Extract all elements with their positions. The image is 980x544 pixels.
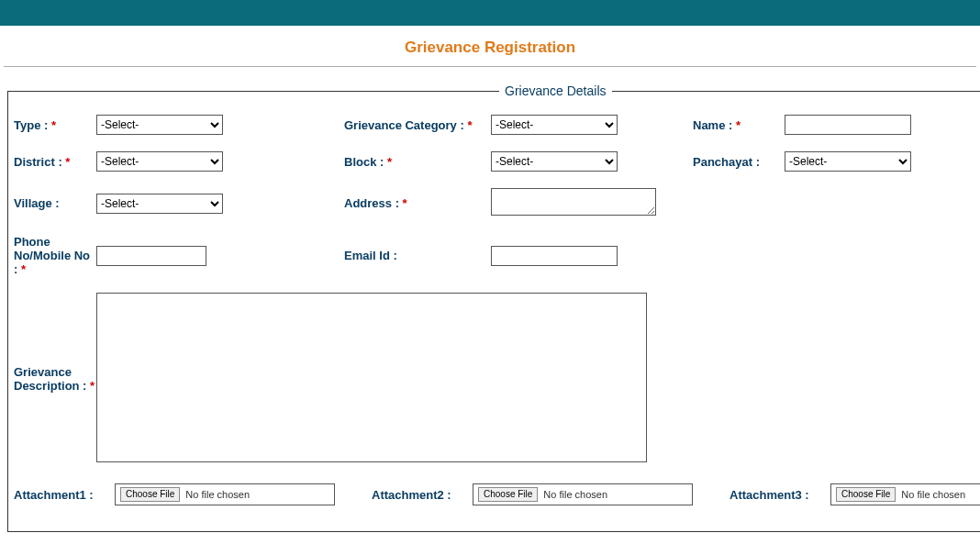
- choose-file-button-3[interactable]: Choose File: [836, 487, 896, 502]
- village-select[interactable]: -Select-: [96, 194, 223, 214]
- file-status-2: No file chosen: [543, 489, 607, 500]
- label-attachment1: Attachment1 :: [14, 488, 115, 502]
- page-title: Grievance Registration: [4, 28, 976, 67]
- label-phone: Phone No/Mobile No : *: [14, 235, 96, 276]
- label-attachment3: Attachment3 :: [729, 488, 830, 502]
- label-type: Type : *: [14, 118, 96, 132]
- attachments-row: Attachment1 : Choose File No file chosen…: [14, 483, 980, 505]
- label-district: District : *: [14, 155, 96, 169]
- label-attachment2: Attachment2 :: [372, 488, 473, 502]
- type-select[interactable]: -Select-: [96, 115, 223, 135]
- label-category: Grievance Category : *: [344, 118, 491, 132]
- top-banner: [0, 0, 980, 26]
- label-description: Grievance Description : *: [14, 365, 96, 393]
- grievance-fieldset: Grievance Details Type : * -Select- Grie…: [7, 83, 980, 532]
- fieldset-legend: Grievance Details: [499, 83, 612, 98]
- panchayat-select[interactable]: -Select-: [785, 151, 911, 172]
- address-textarea[interactable]: [491, 188, 656, 216]
- content-area: Grievance Details Type : * -Select- Grie…: [0, 67, 980, 539]
- block-select[interactable]: -Select-: [491, 151, 618, 172]
- district-select[interactable]: -Select-: [96, 151, 223, 172]
- file-status-1: No file chosen: [185, 489, 250, 500]
- file-status-3: No file chosen: [901, 489, 965, 500]
- attachment2-input[interactable]: Choose File No file chosen: [473, 483, 693, 505]
- attachment3-input[interactable]: Choose File No file chosen: [830, 483, 980, 505]
- label-block: Block : *: [344, 155, 491, 169]
- label-panchayat: Panchayat :: [693, 155, 785, 169]
- label-email: Email Id :: [344, 249, 491, 262]
- register-wrap: Register: [0, 539, 980, 544]
- label-village: Village :: [14, 196, 96, 210]
- phone-input[interactable]: [96, 246, 206, 266]
- category-select[interactable]: -Select-: [491, 115, 618, 135]
- label-name: Name : *: [693, 118, 785, 132]
- form-grid: Type : * -Select- Grievance Category : *…: [14, 115, 980, 465]
- label-address: Address : *: [344, 196, 491, 210]
- description-textarea[interactable]: [96, 293, 647, 462]
- attachment1-input[interactable]: Choose File No file chosen: [115, 483, 335, 505]
- choose-file-button-2[interactable]: Choose File: [478, 487, 538, 502]
- email-input[interactable]: [491, 246, 618, 266]
- name-input[interactable]: [785, 115, 911, 135]
- choose-file-button-1[interactable]: Choose File: [120, 487, 180, 502]
